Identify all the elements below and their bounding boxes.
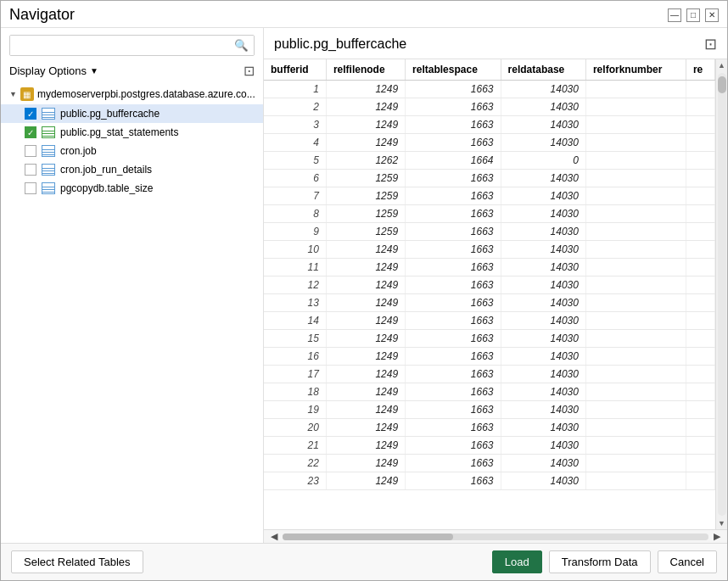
maximize-button[interactable]: □ <box>686 8 700 22</box>
table-cell: 1249 <box>326 259 405 277</box>
table-icon <box>42 182 55 194</box>
table-cell <box>585 312 686 330</box>
table-cell: 11 <box>264 259 326 277</box>
table-cell <box>686 348 714 366</box>
table-cell: 18 <box>264 383 326 401</box>
search-input[interactable] <box>10 36 229 55</box>
table-cell <box>585 134 686 152</box>
display-options-button[interactable]: Display Options ▼ <box>9 64 98 77</box>
scroll-track[interactable] <box>718 73 726 516</box>
preview-header: public.pg_buffercache ⊡ <box>264 28 727 59</box>
table-cell <box>686 277 714 294</box>
scroll-up-arrow[interactable]: ▲ <box>716 59 727 71</box>
tree-item[interactable]: ✓public.pg_stat_statements <box>1 123 263 142</box>
table-row: 221249166314030 <box>264 455 715 472</box>
table-cell: 1663 <box>406 366 501 383</box>
table-row: 11249166314030 <box>264 81 715 98</box>
table-cell <box>585 330 686 348</box>
tree-item-label: public.pg_buffercache <box>60 108 160 120</box>
table-cell: 1249 <box>326 277 405 294</box>
tree-item[interactable]: cron.job <box>1 142 263 160</box>
table-cell <box>585 116 686 134</box>
tree-items-container: ✓public.pg_buffercache✓public.pg_stat_st… <box>1 104 263 198</box>
checkbox-icon: ✓ <box>25 108 36 120</box>
tree-item[interactable]: ✓public.pg_buffercache <box>1 104 263 123</box>
table-cell: 14030 <box>501 437 585 455</box>
table-cell <box>585 81 686 98</box>
table-cell <box>686 170 714 187</box>
export-button[interactable]: ⊡ <box>244 63 255 79</box>
table-cell <box>585 223 686 241</box>
table-cell: 1663 <box>406 348 501 366</box>
table-cell <box>686 152 714 170</box>
table-row: 21249166314030 <box>264 98 715 116</box>
table-cell <box>686 312 714 330</box>
table-cell <box>585 277 686 294</box>
table-row: 171249166314030 <box>264 366 715 383</box>
table-row: 81259166314030 <box>264 205 715 223</box>
table-cell: 1663 <box>406 312 501 330</box>
tree-item[interactable]: cron.job_run_details <box>1 160 263 179</box>
vertical-scrollbar[interactable]: ▲ ▼ <box>715 59 727 529</box>
tree-item-label: pgcopydb.table_size <box>60 182 153 194</box>
table-cell <box>686 330 714 348</box>
select-related-tables-button[interactable]: Select Related Tables <box>11 550 143 573</box>
table-cell: 10 <box>264 241 326 259</box>
load-button[interactable]: Load <box>492 550 542 573</box>
preview-export-button[interactable]: ⊡ <box>704 35 717 53</box>
table-cell: 20 <box>264 419 326 437</box>
data-table-container[interactable]: bufferidrelfilenodereltablespacereldatab… <box>264 59 715 529</box>
h-scroll-track[interactable] <box>283 534 708 540</box>
transform-data-button[interactable]: Transform Data <box>549 550 651 573</box>
table-cell <box>585 383 686 401</box>
table-cell <box>686 81 714 98</box>
table-row: 181249166314030 <box>264 383 715 401</box>
checkbox-icon: ✓ <box>25 126 36 138</box>
table-cell: 1249 <box>326 401 405 419</box>
horizontal-scrollbar[interactable]: ◀ ▶ <box>264 529 727 543</box>
column-header: reldatabase <box>501 59 585 81</box>
table-cell: 1663 <box>406 455 501 472</box>
table-icon <box>42 108 55 120</box>
table-row: 41249166314030 <box>264 134 715 152</box>
table-icon <box>42 126 55 138</box>
tree-area[interactable]: ▼ ▦ mydemoserverpbi.postgres.database.az… <box>1 84 263 543</box>
table-cell <box>585 187 686 205</box>
table-cell <box>686 401 714 419</box>
cancel-button[interactable]: Cancel <box>658 550 717 573</box>
table-row: 121249166314030 <box>264 277 715 294</box>
file-icon: ⊡ <box>704 36 717 53</box>
column-header: relfilenode <box>326 59 405 81</box>
column-header: bufferid <box>264 59 326 81</box>
table-cell: 1259 <box>326 187 405 205</box>
scroll-right-arrow[interactable]: ▶ <box>710 531 724 542</box>
table-cell <box>686 294 714 312</box>
table-cell: 1663 <box>406 259 501 277</box>
table-cell <box>686 455 714 472</box>
table-cell: 1249 <box>326 312 405 330</box>
close-button[interactable]: ✕ <box>705 8 719 22</box>
scroll-down-arrow[interactable]: ▼ <box>716 517 727 529</box>
checkbox-icon <box>25 164 36 176</box>
tree-item[interactable]: pgcopydb.table_size <box>1 179 263 198</box>
table-cell: 1663 <box>406 437 501 455</box>
column-header: re <box>686 59 714 81</box>
table-cell <box>585 205 686 223</box>
table-row: 111249166314030 <box>264 259 715 277</box>
search-button[interactable]: 🔍 <box>229 36 254 55</box>
scroll-left-arrow[interactable]: ◀ <box>267 531 281 542</box>
table-cell: 14030 <box>501 366 585 383</box>
table-row: 161249166314030 <box>264 348 715 366</box>
table-cell <box>585 366 686 383</box>
table-row: 211249166314030 <box>264 437 715 455</box>
table-row: 151249166314030 <box>264 330 715 348</box>
table-cell: 1249 <box>326 366 405 383</box>
minimize-button[interactable]: — <box>668 8 681 22</box>
table-cell: 1663 <box>406 472 501 490</box>
table-cell: 1663 <box>406 277 501 294</box>
table-cell <box>686 98 714 116</box>
scroll-thumb <box>718 76 726 93</box>
server-node[interactable]: ▼ ▦ mydemoserverpbi.postgres.database.az… <box>1 84 263 104</box>
table-row: 201249166314030 <box>264 419 715 437</box>
table-cell: 1249 <box>326 98 405 116</box>
